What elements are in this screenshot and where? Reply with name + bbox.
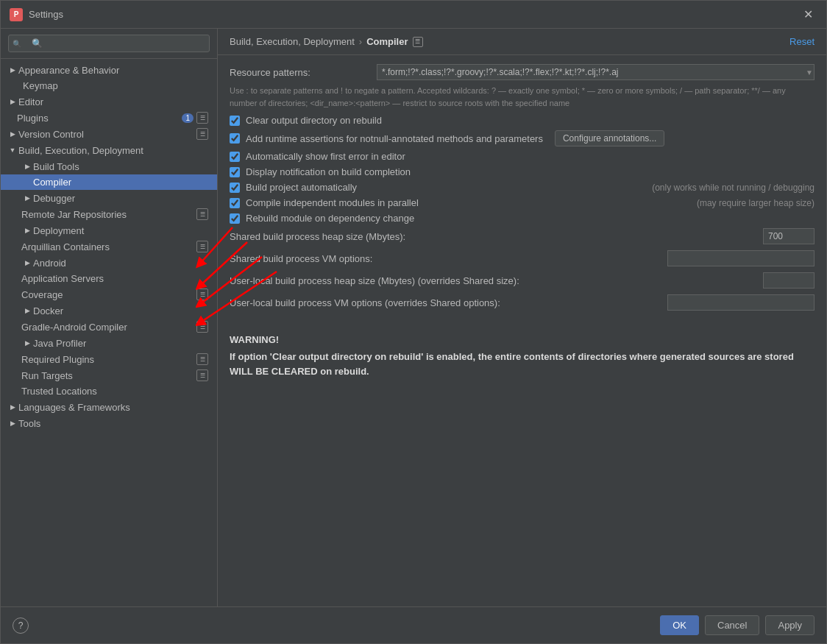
sidebar-item-label: Editor xyxy=(18,96,211,107)
sidebar-item-app-servers[interactable]: Application Servers xyxy=(1,271,217,286)
main-wrapper: ▶ Appearance & Behavior Keymap ▶ Editor … xyxy=(1,29,826,606)
user-heap-label: User-local build process heap size (Mbyt… xyxy=(230,275,763,286)
arrow-icon: ▶ xyxy=(21,224,33,236)
panel-content: Resource patterns: ▼ Use : to separate p… xyxy=(218,55,826,606)
checkbox-build-auto: Build project automatically (only works … xyxy=(230,182,814,193)
app-icon: P xyxy=(10,8,23,21)
checkbox-build-auto-input[interactable] xyxy=(230,183,240,193)
sidebar-item-required-plugins[interactable]: Required Plugins ☰ xyxy=(1,351,217,367)
checkbox-display-notification: Display notification on build completion xyxy=(230,166,814,177)
breadcrumb-arrow: › xyxy=(359,36,362,47)
user-vm-label: User-local build process VM options (ove… xyxy=(230,297,667,308)
sidebar-item-keymap[interactable]: Keymap xyxy=(1,78,217,93)
warning-box: WARNING! If option 'Clear output directo… xyxy=(230,325,814,378)
help-button[interactable]: ? xyxy=(13,618,29,634)
sidebar-item-languages[interactable]: ▶ Languages & Frameworks xyxy=(1,399,217,415)
arrow-icon: ▶ xyxy=(21,160,33,172)
sidebar-item-label: Remote Jar Repositories xyxy=(21,209,196,220)
sidebar-item-label: Required Plugins xyxy=(21,354,196,365)
sidebar-item-label: Build, Execution, Deployment xyxy=(18,145,211,156)
sidebar-item-remote-jar[interactable]: Remote Jar Repositories ☰ xyxy=(1,206,217,222)
shared-heap-row: Shared build process heap size (Mbytes): xyxy=(230,228,814,244)
checkbox-display-notification-input[interactable] xyxy=(230,167,240,177)
sidebar-item-label: Tools xyxy=(18,418,211,429)
close-button[interactable]: ✕ xyxy=(799,4,817,24)
checkbox-rebuild-module-label: Rebuild module on dependency change xyxy=(246,213,414,224)
cancel-button[interactable]: Cancel xyxy=(705,615,759,635)
sidebar-item-label: Deployment xyxy=(33,225,211,236)
sidebar-item-label: Android xyxy=(33,258,211,269)
checkbox-auto-show-error-label: Automatically show first error in editor xyxy=(246,151,405,162)
arrow-icon: ▶ xyxy=(7,64,18,76)
sidebar-item-deployment[interactable]: ▶ Deployment xyxy=(1,222,217,238)
sidebar-item-gradle-android[interactable]: Gradle-Android Compiler ☰ xyxy=(1,319,217,335)
checkbox-rebuild-module-input[interactable] xyxy=(230,213,240,224)
sidebar-item-label: Version Control xyxy=(18,129,196,140)
plugins-icon: ☰ xyxy=(196,112,208,124)
sidebar-item-docker[interactable]: ▶ Docker xyxy=(1,302,217,319)
sidebar-item-compiler[interactable]: Compiler xyxy=(1,174,217,190)
sidebar-item-arquillian[interactable]: Arquillian Containers ☰ xyxy=(1,238,217,255)
main-panel: Build, Execution, Deployment › Compiler … xyxy=(218,29,826,606)
sidebar-item-debugger[interactable]: ▶ Debugger xyxy=(1,190,217,206)
sidebar-item-appearance[interactable]: ▶ Appearance & Behavior xyxy=(1,62,217,78)
sidebar-item-label: Languages & Frameworks xyxy=(18,402,211,413)
resource-input[interactable] xyxy=(377,64,814,80)
reset-button[interactable]: Reset xyxy=(789,36,814,47)
sidebar-item-run-targets[interactable]: Run Targets ☰ xyxy=(1,367,217,383)
user-heap-input[interactable] xyxy=(763,272,814,289)
sidebar-item-label: Application Servers xyxy=(21,273,211,284)
search-input[interactable] xyxy=(8,35,210,52)
warning-text: If option 'Clear output directory on reb… xyxy=(230,350,814,378)
arrow-icon: ▶ xyxy=(21,305,33,316)
checkbox-rebuild-module: Rebuild module on dependency change xyxy=(230,213,814,224)
configure-annotations-button[interactable]: Configure annotations... xyxy=(555,130,664,146)
checkbox-compile-parallel-input[interactable] xyxy=(230,198,240,208)
sidebar-item-build-exec-deploy[interactable]: ▼ Build, Execution, Deployment xyxy=(1,142,217,158)
sidebar-item-plugins[interactable]: Plugins 1 ☰ xyxy=(1,110,217,126)
shared-heap-label: Shared build process heap size (Mbytes): xyxy=(230,231,763,242)
checkbox-display-notification-label: Display notification on build completion xyxy=(246,166,411,177)
sidebar-item-label: Appearance & Behavior xyxy=(18,65,211,76)
coverage-icon: ☰ xyxy=(196,289,208,300)
arrow-icon: ▶ xyxy=(21,257,33,269)
arrow-icon: ▼ xyxy=(7,144,18,156)
expand-icon: ▼ xyxy=(806,68,813,77)
remote-jar-icon: ☰ xyxy=(196,208,208,220)
user-heap-row: User-local build process heap size (Mbyt… xyxy=(230,272,814,289)
checkbox-auto-show-error-input[interactable] xyxy=(230,152,240,162)
required-plugins-icon: ☰ xyxy=(196,353,208,365)
bottom-bar: ? OK Cancel Apply xyxy=(1,606,826,643)
arrow-icon: ▶ xyxy=(7,401,18,413)
sidebar-item-editor[interactable]: ▶ Editor xyxy=(1,93,217,110)
sidebar-item-java-profiler[interactable]: ▶ Java Profiler xyxy=(1,335,217,351)
sidebar-item-android[interactable]: ▶ Android xyxy=(1,255,217,271)
sidebar-item-label: Build Tools xyxy=(33,161,211,172)
checkbox-add-runtime-input[interactable] xyxy=(230,133,240,144)
shared-vm-input[interactable] xyxy=(667,250,814,266)
breadcrumb-parent: Build, Execution, Deployment xyxy=(230,36,355,47)
checkbox-auto-show-error: Automatically show first error in editor xyxy=(230,151,814,162)
build-auto-note: (only works while not running / debuggin… xyxy=(652,183,814,193)
sidebar-item-label: Trusted Locations xyxy=(21,386,211,397)
sidebar-item-tools[interactable]: ▶ Tools xyxy=(1,415,217,431)
sidebar-item-version-control[interactable]: ▶ Version Control ☰ xyxy=(1,126,217,142)
sidebar-item-coverage[interactable]: Coverage ☰ xyxy=(1,286,217,302)
sidebar-item-label: Docker xyxy=(33,305,211,316)
apply-button[interactable]: Apply xyxy=(765,615,814,635)
arrow-icon: ▶ xyxy=(7,128,18,140)
checkbox-add-runtime: Add runtime assertions for notnull-annot… xyxy=(230,130,814,146)
sidebar-tree: ▶ Appearance & Behavior Keymap ▶ Editor … xyxy=(1,59,217,606)
sidebar: ▶ Appearance & Behavior Keymap ▶ Editor … xyxy=(1,29,218,606)
user-vm-input[interactable] xyxy=(667,294,814,311)
checkbox-clear-output-input[interactable] xyxy=(230,116,240,126)
sidebar-item-label: Gradle-Android Compiler xyxy=(21,322,196,333)
sidebar-item-label: Debugger xyxy=(33,193,211,204)
sidebar-item-build-tools[interactable]: ▶ Build Tools xyxy=(1,158,217,174)
sidebar-item-trusted-locations[interactable]: Trusted Locations xyxy=(1,383,217,399)
ok-button[interactable]: OK xyxy=(660,615,699,635)
shared-heap-input[interactable] xyxy=(763,228,814,244)
run-targets-icon: ☰ xyxy=(196,369,208,381)
shared-vm-row: Shared build process VM options: xyxy=(230,250,814,266)
sidebar-item-label: Arquillian Containers xyxy=(21,241,196,252)
